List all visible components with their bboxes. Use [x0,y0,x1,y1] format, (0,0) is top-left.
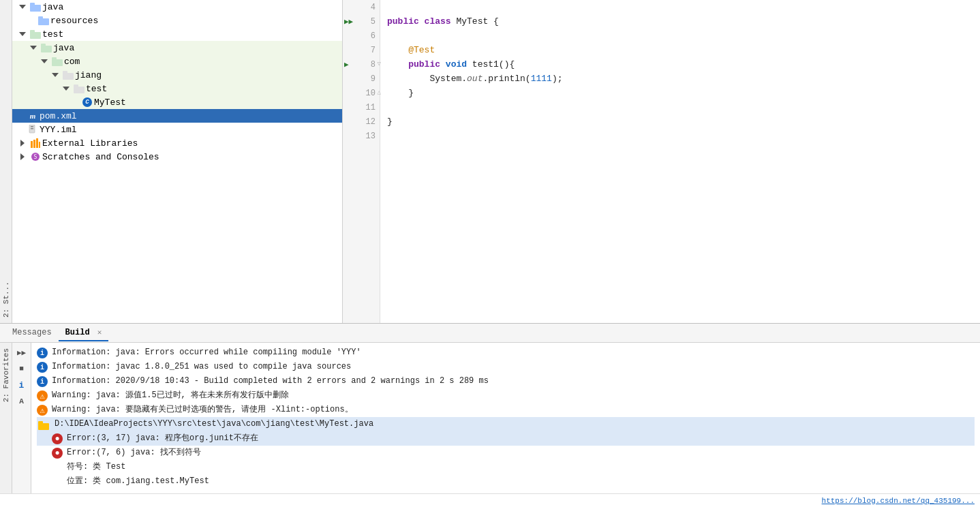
code-line-6 [387,29,973,43]
code-line-8: public void test1(){ [387,57,973,72]
tab-build-close[interactable]: ✕ [97,328,102,337]
folder-jiang-icon [63,70,74,80]
tree-item-com[interactable]: com [12,55,342,68]
folder-java-icon [30,1,41,12]
msg-row-info1[interactable]: i Information: java: Errors occurred whi… [37,345,975,360]
bottom-tabs: Messages Build ✕ [0,324,980,343]
tree-item-test-root[interactable]: test [12,27,342,41]
msg-row-error1[interactable]: ● Error:(3, 17) java: 程序包org.junit不存在 [37,431,975,446]
folder-test-root-icon [30,29,41,40]
tree-item-test2[interactable]: test [12,82,342,95]
folder-java2-icon [41,42,52,53]
tree-item-label: test [86,84,107,94]
msg-row-folder[interactable]: D:\IDEA\IdeaProjects\YYY\src\test\java\c… [37,417,975,431]
svg-rect-9 [52,57,57,61]
folder-com-icon [52,56,63,67]
svg-rect-5 [30,30,35,33]
tree-item-resources[interactable]: resources [12,14,342,27]
java-class-icon: C [82,97,93,108]
code-line-12: } [387,114,973,129]
line-numbers: 4 ▶▶ 5 6 7 ▶ 8 ▽ 9 [343,0,380,323]
arrow-scratches-icon [18,151,29,162]
msg-icon-info3: i [37,376,48,387]
svg-rect-24 [38,421,43,425]
line-num-10: 10 △ [343,86,380,100]
code-line-4 [387,0,973,14]
tree-item-label: jiang [75,70,102,80]
left-strip: 2: St... [0,0,12,323]
svg-rect-1 [30,3,35,6]
msg-text-error1: Error:(3, 17) java: 程序包org.junit不存在 [67,433,975,444]
font-btn[interactable]: A [15,395,29,408]
scratches-icon: S [30,151,41,162]
run-gutter-5[interactable]: ▶▶ [344,17,353,26]
msg-icon-error2: ● [52,448,63,459]
code-line-10: } [387,86,973,100]
msg-row-error2[interactable]: ● Error:(7, 6) java: 找不到符号 [37,446,975,460]
tree-item-pomxml[interactable]: m pom.xml [12,109,342,123]
tree-item-java2[interactable]: java [12,41,342,55]
run-gutter-8[interactable]: ▶ [344,60,349,69]
svg-rect-7 [41,44,46,47]
tree-item-label: resources [50,16,98,26]
msg-text-info3: Information: 2020/9/18 10:43 - Build com… [52,375,975,387]
msg-row-warn2[interactable]: ⚠ Warning: java: 要隐藏有关已过时选项的警告, 请使用 -Xli… [37,403,975,417]
folder-resources-icon [38,15,49,26]
bottom-vertical-label[interactable]: 2: Favorites [1,343,12,408]
left-strip-label[interactable]: 2: St... [1,0,12,323]
pom-icon: m [27,110,38,121]
run-btn[interactable]: ▶▶ [15,345,29,359]
status-link[interactable]: https://blog.csdn.net/qq_435199... [822,497,975,505]
messages-list[interactable]: i Information: java: Errors occurred whi… [31,343,980,493]
spacer3-icon [18,110,26,121]
arrow-com-icon [40,56,50,67]
tree-item-label: pom.xml [40,111,77,121]
svg-rect-11 [63,71,67,74]
msg-text-warn2: Warning: java: 要隐藏有关已过时选项的警告, 请使用 -Xlint… [52,404,975,416]
msg-text-warn1: Warning: java: 源值1.5已过时, 将在未来所有发行版中删除 [52,390,975,401]
line-num-11: 11 [343,100,380,114]
svg-rect-13 [74,84,78,88]
spacer-icon [29,15,37,26]
tree-item-scratches[interactable]: S Scratches and Consoles [12,150,342,164]
msg-text-info2: Information: javac 1.8.0_251 was used to… [52,361,975,373]
code-line-9: System.out.println(1111); [387,72,973,86]
tree-item-label: External Libraries [42,138,138,149]
svg-rect-18 [33,140,35,148]
tree-item-java[interactable]: java [12,0,342,14]
tree-item-label: com [64,57,80,67]
tree-item-label: MyTest [94,97,126,108]
spacer4-icon [18,124,26,135]
arrow-down-icon [18,29,29,40]
arrow-icon [18,1,29,12]
tree-item-label: Scratches and Consoles [42,152,159,162]
tree-item-extlibs[interactable]: External Libraries [12,136,342,150]
svg-rect-20 [39,142,40,148]
tree-item-jiang[interactable]: jiang [12,68,342,82]
arrow-extlibs-icon [18,138,29,149]
msg-row-info2[interactable]: i Information: javac 1.8.0_251 was used … [37,360,975,374]
msg-icon-error1: ● [52,433,63,444]
tree-item-yyyiml[interactable]: YYY.iml [12,123,342,136]
code-area[interactable]: 4 ▶▶ 5 6 7 ▶ 8 ▽ 9 [343,0,980,323]
bottom-side-buttons: ▶▶ ■ i A [12,343,31,493]
tree-item-label: java [53,43,74,53]
msg-row-warn1[interactable]: ⚠ Warning: java: 源值1.5已过时, 将在未来所有发行版中删除 [37,388,975,403]
project-tree: java resources test java [12,0,343,323]
code-editor: 4 ▶▶ 5 6 7 ▶ 8 ▽ 9 [343,0,980,323]
svg-rect-16 [31,128,33,129]
msg-text-folder: D:\IDEA\IdeaProjects\YYY\src\test\java\c… [55,418,975,430]
iml-icon [27,124,38,135]
tab-build[interactable]: Build ✕ [59,325,109,341]
msg-text-sub1: 符号: 类 Test [67,461,975,473]
line-num-8: ▶ 8 ▽ [343,57,380,72]
msg-icon-info2: i [37,362,48,373]
msg-row-info3[interactable]: i Information: 2020/9/18 10:43 - Build c… [37,374,975,388]
tab-messages[interactable]: Messages [5,325,59,341]
code-content[interactable]: public class MyTest { @Test public void … [380,0,980,323]
status-bar: https://blog.csdn.net/qq_435199... [0,493,980,507]
stop-btn[interactable]: ■ [15,362,29,375]
tree-item-mytest[interactable]: C MyTest [12,95,342,109]
tree-item-label: java [42,2,63,12]
info-btn[interactable]: i [15,378,29,392]
